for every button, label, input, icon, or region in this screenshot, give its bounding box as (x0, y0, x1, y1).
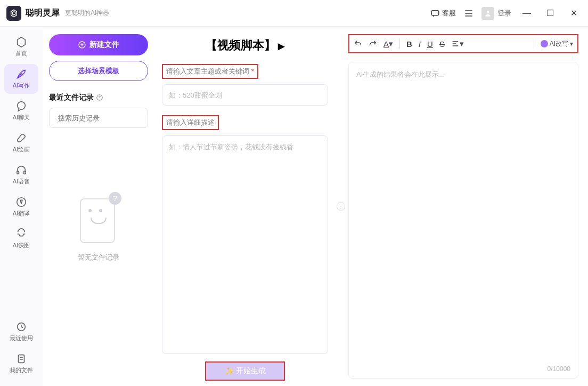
undo-button[interactable] (354, 39, 362, 48)
app-logo-icon (6, 6, 21, 21)
ai-dot-icon (541, 40, 548, 47)
align-button[interactable]: ▾ (451, 39, 464, 49)
customer-service-button[interactable]: 客服 (430, 9, 456, 18)
undo-icon (354, 39, 362, 48)
empty-state: ? 暂无文件记录 (49, 192, 148, 262)
file-icon (15, 353, 27, 365)
sparkle-icon: ✨ (225, 367, 234, 375)
resize-handle[interactable]: ⋮ (336, 27, 346, 386)
generate-label: 开始生成 (236, 366, 266, 376)
sidebar-item-label: 我的文件 (10, 366, 33, 374)
generate-button[interactable]: ✨ 开始生成 (205, 361, 285, 381)
handle-icon: ⋮ (337, 202, 345, 211)
menu-icon[interactable] (463, 8, 474, 19)
redo-icon (369, 39, 377, 48)
sidebar-item-chat[interactable]: AI聊天 (4, 96, 38, 126)
close-button[interactable]: ✕ (566, 8, 582, 18)
empty-illustration-icon: ? (75, 192, 123, 245)
sidebar-item-voice[interactable]: AI语音 (4, 160, 38, 190)
main-area: 首页 AI写作 AI聊天 AI绘画 AI语音 AI翻译 AI识图 最 (0, 27, 588, 386)
recent-files-heading: 最近文件记录 (49, 93, 148, 102)
output-placeholder: AI生成的结果将会在此展示... (356, 70, 445, 78)
brush-icon (15, 132, 27, 144)
font-color-button[interactable]: A▾ (383, 39, 393, 49)
chat-bubble-icon (15, 100, 27, 112)
clock-icon (15, 321, 27, 333)
search-history-box[interactable] (49, 108, 148, 128)
output-area[interactable]: AI生成的结果将会在此展示... 0/10000 (348, 62, 578, 379)
headphone-icon (15, 164, 27, 176)
svg-rect-7 (19, 355, 24, 363)
svg-rect-3 (17, 171, 19, 174)
input-panel: 【视频脚本】▶ 请输入文章主题或者关键词 * 请输入详细描述 ✨ 开始生成 (154, 27, 336, 386)
svg-point-1 (487, 11, 489, 13)
svg-point-5 (17, 198, 26, 207)
minimize-button[interactable]: — (519, 9, 535, 18)
feather-icon (15, 68, 27, 80)
ai-rewrite-button[interactable]: AI改写 ▾ (541, 39, 573, 49)
sidebar-item-label: 最近使用 (10, 334, 33, 342)
strike-button[interactable]: S (439, 39, 445, 49)
redo-button[interactable] (369, 39, 377, 48)
customer-service-label: 客服 (442, 9, 456, 18)
sidebar-item-label: AI聊天 (13, 114, 30, 122)
login-label: 登录 (497, 9, 511, 18)
translate-icon (15, 196, 27, 208)
sidebar-item-files[interactable]: 我的文件 (4, 349, 38, 379)
sidebar: 首页 AI写作 AI聊天 AI绘画 AI语音 AI翻译 AI识图 最 (0, 27, 43, 386)
topic-label: 请输入文章主题或者关键词 * (162, 64, 258, 79)
output-panel: A▾ B I U S ▾ AI改写 ▾ AI生成的结果将会在此展示... 0/1… (346, 27, 588, 386)
align-icon (451, 39, 460, 48)
sidebar-item-recent[interactable]: 最近使用 (4, 317, 38, 347)
titlebar: 聪明灵犀 更聪明的AI神器 客服 登录 — ☐ ✕ (0, 0, 588, 27)
app-subtitle: 更聪明的AI神器 (65, 9, 109, 18)
new-file-button[interactable]: 新建文件 (49, 34, 148, 55)
image-icon (15, 228, 27, 240)
plus-circle-icon (78, 41, 86, 49)
topic-input[interactable] (162, 84, 328, 106)
file-panel: 新建文件 选择场景模板 最近文件记录 ? 暂无文件记录 (43, 27, 154, 386)
page-title[interactable]: 【视频脚本】▶ (162, 37, 328, 53)
new-file-label: 新建文件 (89, 40, 119, 50)
sidebar-item-label: 首页 (15, 50, 27, 58)
sidebar-item-home[interactable]: 首页 (4, 32, 38, 62)
app-brand: 聪明灵犀 (26, 7, 60, 19)
help-icon[interactable] (96, 94, 103, 101)
description-textarea[interactable] (162, 135, 328, 354)
editor-toolbar: A▾ B I U S ▾ AI改写 ▾ (348, 34, 578, 53)
login-button[interactable]: 登录 (481, 7, 511, 20)
description-label: 请输入详细描述 (162, 115, 219, 130)
avatar-icon (481, 7, 494, 20)
sidebar-item-label: AI绘画 (13, 146, 30, 154)
maximize-button[interactable]: ☐ (542, 8, 558, 18)
select-template-button[interactable]: 选择场景模板 (49, 61, 148, 81)
sidebar-item-vision[interactable]: AI识图 (4, 224, 38, 254)
chat-icon (430, 9, 440, 18)
search-history-input[interactable] (58, 114, 148, 122)
sidebar-item-label: AI语音 (13, 178, 30, 186)
underline-button[interactable]: U (427, 39, 433, 49)
svg-point-2 (18, 102, 26, 110)
sidebar-item-paint[interactable]: AI绘画 (4, 128, 38, 158)
sidebar-item-translate[interactable]: AI翻译 (4, 192, 38, 222)
char-counter: 0/10000 (548, 365, 570, 373)
dropdown-triangle-icon: ▶ (278, 42, 284, 51)
sidebar-item-label: AI写作 (13, 82, 30, 90)
bold-button[interactable]: B (406, 39, 412, 49)
sidebar-item-writing[interactable]: AI写作 (4, 64, 38, 94)
empty-label: 暂无文件记录 (78, 253, 119, 262)
sidebar-item-label: AI识图 (13, 242, 30, 250)
italic-button[interactable]: I (419, 39, 421, 49)
svg-rect-4 (24, 171, 26, 174)
home-icon (15, 36, 27, 48)
ai-rewrite-label: AI改写 (550, 39, 568, 49)
sidebar-item-label: AI翻译 (13, 210, 30, 218)
